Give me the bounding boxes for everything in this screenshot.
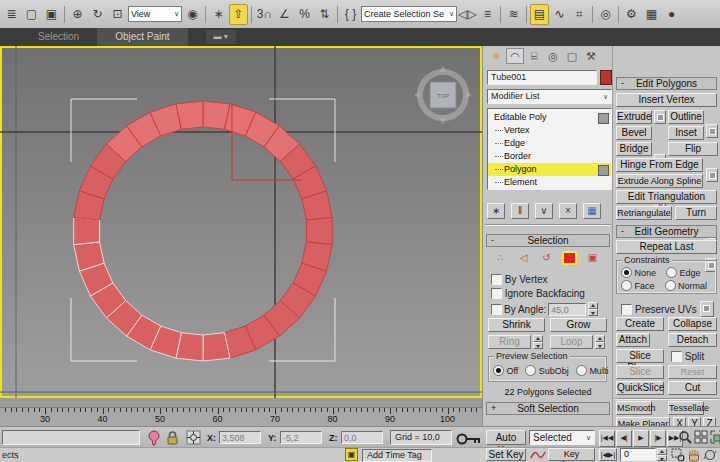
stack-item-element[interactable]: Element (488, 176, 611, 189)
stack-item-polygon[interactable]: Polygon (488, 163, 611, 176)
percent-snap-toggle-icon[interactable]: % (295, 4, 314, 25)
detach-button[interactable]: Detach (668, 333, 717, 347)
show-end-result-icon[interactable]: ‖ (511, 203, 529, 219)
preserve-uvs-settings-button[interactable] (700, 301, 714, 317)
hinge-from-edge-button[interactable]: Hinge From Edge (616, 158, 703, 172)
edit-named-selection-sets-icon[interactable]: { } (341, 4, 360, 25)
selection-rollout-header[interactable]: - Selection (486, 234, 610, 247)
viewcube[interactable]: TOP (414, 66, 472, 124)
constraint-none-radio[interactable]: None (621, 267, 656, 278)
align-icon[interactable]: ≡ (478, 4, 497, 25)
modifier-stack[interactable]: Editable PolyVertexEdgeBorderPolygonElem… (487, 108, 612, 190)
object-name-field[interactable]: Tube001 (487, 70, 597, 85)
collapse-button[interactable]: Collapse (668, 317, 717, 331)
tab-object-paint[interactable]: Object Paint (97, 28, 187, 46)
extrude-settings-button[interactable] (654, 110, 666, 124)
create-tab-icon[interactable]: ✳ (487, 48, 505, 64)
play-button[interactable]: ▶ (633, 430, 649, 447)
material-editor-icon[interactable]: ◎ (596, 4, 615, 25)
loop-spinner[interactable] (595, 335, 605, 349)
outline-button[interactable]: Outline (668, 110, 704, 124)
select-and-manipulate-icon[interactable]: ∗ (209, 4, 228, 25)
ribbon-overflow-button[interactable]: ▬ ▾ (206, 30, 236, 44)
key-filter-dropdown[interactable]: Selected ∨ (529, 430, 595, 445)
stack-display-toggle[interactable] (598, 113, 609, 124)
quickslice-button[interactable]: QuickSlice (616, 381, 664, 395)
frame-spinner[interactable] (657, 448, 667, 461)
mirror-icon[interactable]: ◁▷ (458, 4, 477, 25)
slice-plane-button[interactable]: Slice Plane (616, 349, 664, 363)
edit-polygons-header[interactable]: - Edit Polygons (616, 77, 717, 90)
ring-polygon[interactable] (306, 217, 332, 244)
by-angle-value[interactable]: 45,0 (548, 303, 586, 316)
render-setup-icon[interactable]: ⚙ (622, 4, 641, 25)
isolate-selection-toggle[interactable]: ▣ (345, 448, 358, 461)
stack-item-editable-poly[interactable]: Editable Poly (488, 111, 611, 124)
named-selection-sets-dropdown[interactable]: Create Selection Se∨ (361, 6, 457, 22)
schematic-view-icon[interactable]: ⌗ (570, 4, 589, 25)
attach-button[interactable]: Attach (616, 333, 650, 347)
element-subobject-icon[interactable]: ▣ (585, 251, 600, 265)
repeat-last-button[interactable]: Repeat Last (616, 240, 717, 254)
zoom-all-icon[interactable] (694, 430, 709, 444)
current-frame-field[interactable]: 0 (620, 448, 656, 461)
constraint-edge-radio[interactable]: Edge (666, 267, 701, 278)
edit-triangulation-button[interactable]: Edit Triangulation (616, 190, 717, 204)
display-tab-icon[interactable]: ▢ (563, 48, 581, 64)
rendered-frame-window-icon[interactable]: ▦ (642, 4, 661, 25)
msmooth-button[interactable]: MSmooth (616, 401, 652, 415)
pan-hand-icon[interactable] (687, 448, 702, 462)
track-bar[interactable]: 30405060708090100 (0, 408, 482, 426)
manage-layers-icon[interactable]: ≋ (504, 4, 523, 25)
ignore-backfacing-checkbox[interactable] (491, 288, 502, 299)
retriangulate-button[interactable]: Retriangulate (616, 206, 672, 220)
tessellate-button[interactable]: Tessellate (668, 401, 704, 415)
stack-item-border[interactable]: Border (488, 150, 611, 163)
top-viewport[interactable]: TOP (0, 46, 482, 398)
extrude-button[interactable]: Extrude (616, 110, 652, 124)
pin-stack-icon[interactable]: ∗ (487, 203, 505, 219)
outline-settings-button[interactable] (706, 124, 718, 138)
region-zoom-icon[interactable] (671, 448, 686, 462)
preserve-uvs-checkbox[interactable] (621, 304, 632, 315)
shrink-button[interactable]: Shrink (488, 318, 545, 332)
soft-selection-rollout-header[interactable]: + Soft Selection (486, 402, 610, 415)
key-mode-toggle[interactable]: |◀▶| (599, 448, 617, 461)
previous-frame-button[interactable]: ◀| (616, 430, 632, 447)
reset-plane-button[interactable]: Reset Plane (668, 365, 717, 379)
render-production-icon[interactable]: ● (662, 4, 681, 25)
by-angle-spinner[interactable] (588, 302, 598, 316)
go-to-start-button[interactable]: |◀◀ (599, 430, 615, 447)
ring-polygon[interactable] (203, 333, 230, 361)
hierarchy-tab-icon[interactable]: ⌸ (525, 48, 543, 64)
use-selection-center-icon[interactable]: ◉ (183, 4, 202, 25)
inset-settings-button[interactable] (706, 168, 718, 182)
add-time-tag[interactable]: Add Time Tag (362, 449, 432, 462)
motion-tab-icon[interactable]: ◎ (544, 48, 562, 64)
viewport-canvas[interactable]: TOP (0, 46, 482, 398)
edge-subobject-icon[interactable]: ◁ (516, 251, 531, 265)
key-filter-curve-icon[interactable] (530, 449, 546, 461)
modify-tab-icon[interactable]: ◠ (506, 48, 524, 64)
reference-coordinate-system-dropdown[interactable]: View∨ (128, 6, 182, 22)
set-key-button[interactable]: Set Key (486, 448, 526, 461)
cut-button[interactable]: Cut (668, 381, 717, 395)
slice-button[interactable]: Slice (616, 365, 664, 379)
vertex-subobject-icon[interactable]: ∴ (493, 251, 508, 265)
ring-spinner[interactable] (533, 335, 543, 349)
selection-lock-toggle-icon[interactable] (166, 431, 179, 445)
preview-subobj-radio[interactable]: SubObj (525, 365, 569, 376)
bridge-button[interactable]: Bridge (616, 142, 652, 156)
flip-button[interactable]: Flip (668, 142, 718, 156)
ring-button[interactable]: Ring (488, 335, 531, 349)
turn-button[interactable]: Turn (675, 206, 717, 220)
constraint-face-radio[interactable]: Face (621, 280, 655, 291)
select-and-move-icon[interactable]: ⊕ (68, 4, 87, 25)
create-button[interactable]: Create (616, 317, 664, 331)
graphite-ribbon-toggle-icon[interactable]: ▤ (530, 4, 549, 25)
utilities-tab-icon[interactable]: ⚒ (582, 48, 600, 64)
modifier-list-dropdown[interactable]: Modifier List ∨ (487, 89, 612, 104)
key-filters-button[interactable]: Key Filters... (548, 448, 595, 461)
preview-off-radio[interactable]: Off (493, 365, 518, 376)
inset-button[interactable]: Inset (668, 126, 704, 140)
